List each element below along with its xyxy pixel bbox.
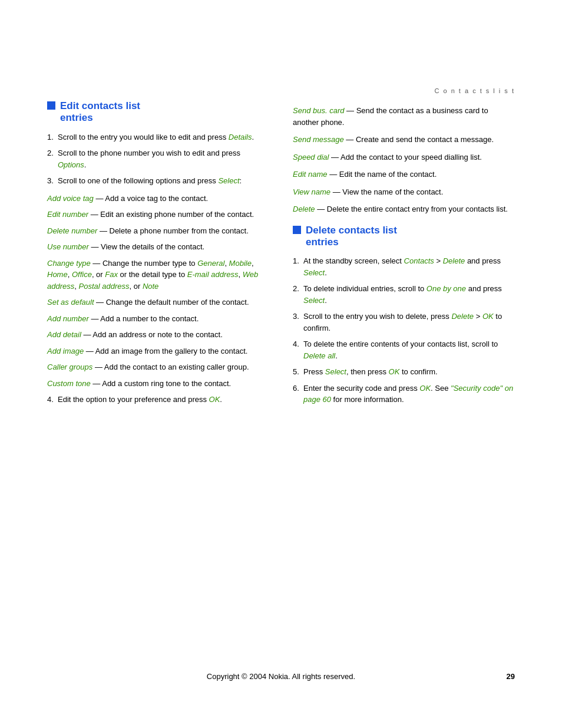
edit-sub-items: Add voice tag — Add a voice tag to the c… bbox=[47, 193, 269, 390]
page-header-label: C o n t a c t s l i s t bbox=[435, 87, 515, 94]
delete-step-1: 1. At the standby screen, select Contact… bbox=[293, 255, 515, 278]
edit-title-text: Edit contacts list entries bbox=[60, 100, 140, 124]
sub-item-add-image: Add image — Add an image from the galler… bbox=[47, 345, 269, 357]
sub-item-add-number: Add number — Add a number to the contact… bbox=[47, 313, 269, 325]
edit-step-4: 4. Edit the option to your preference an… bbox=[47, 394, 269, 406]
delete-step-6: 6. Enter the security code and press OK.… bbox=[293, 383, 515, 406]
sub-item-add-voice-tag: Add voice tag — Add a voice tag to the c… bbox=[47, 193, 269, 205]
delete-title-text: Delete contacts list entries bbox=[306, 225, 397, 249]
edit-step-2: 2. Scroll to the phone number you wish t… bbox=[47, 147, 269, 170]
content-area: Edit contacts list entries 1. Scroll to … bbox=[47, 100, 515, 411]
right-top-sub-items: Send bus. card — Send the contact as a b… bbox=[293, 105, 515, 215]
sub-item-set-default: Set as default — Change the default numb… bbox=[47, 297, 269, 308]
delete-section-title: Delete contacts list entries bbox=[293, 225, 515, 249]
sub-item-use-number: Use number — View the details of the con… bbox=[47, 241, 269, 253]
footer-page-number: 29 bbox=[507, 672, 515, 681]
sub-item-delete: Delete — Delete the entire contact entry… bbox=[293, 203, 515, 215]
blue-square-icon bbox=[47, 101, 55, 110]
edit-steps-list: 1. Scroll to the entry you would like to… bbox=[47, 131, 269, 187]
blue-square-icon-2 bbox=[293, 226, 301, 234]
sub-item-send-bus-card: Send bus. card — Send the contact as a b… bbox=[293, 105, 515, 128]
delete-step-3: 3. Scroll to the entry you wish to delet… bbox=[293, 311, 515, 334]
sub-item-custom-tone: Custom tone — Add a custom ring tone to … bbox=[47, 378, 269, 390]
right-column: Send bus. card — Send the contact as a b… bbox=[293, 100, 515, 411]
delete-steps-list: 1. At the standby screen, select Contact… bbox=[293, 255, 515, 406]
delete-step-5: 5. Press Select, then press OK to confir… bbox=[293, 366, 515, 378]
sub-item-add-detail: Add detail — Add an address or note to t… bbox=[47, 329, 269, 341]
delete-step-2: 2. To delete individual entries, scroll … bbox=[293, 283, 515, 306]
sub-item-delete-number: Delete number — Delete a phone number fr… bbox=[47, 225, 269, 237]
sub-item-view-name: View name — View the name of the contact… bbox=[293, 186, 515, 198]
footer: Copyright © 2004 Nokia. All rights reser… bbox=[47, 672, 515, 681]
sub-item-send-message: Send message — Create and send the conta… bbox=[293, 134, 515, 146]
footer-copyright: Copyright © 2004 Nokia. All rights reser… bbox=[207, 672, 355, 681]
edit-step-3: 3. Scroll to one of the following option… bbox=[47, 175, 269, 187]
edit-step-4-list: 4. Edit the option to your preference an… bbox=[47, 394, 269, 406]
delete-step-4: 4. To delete the entire contents of your… bbox=[293, 338, 515, 361]
sub-item-edit-number: Edit number — Edit an existing phone num… bbox=[47, 209, 269, 220]
sub-item-speed-dial: Speed dial — Add the contact to your spe… bbox=[293, 151, 515, 163]
sub-item-change-type: Change type — Change the number type to … bbox=[47, 258, 269, 292]
sub-item-caller-groups: Caller groups — Add the contact to an ex… bbox=[47, 361, 269, 373]
edit-step-1: 1. Scroll to the entry you would like to… bbox=[47, 131, 269, 143]
left-column: Edit contacts list entries 1. Scroll to … bbox=[47, 100, 269, 411]
sub-item-edit-name: Edit name — Edit the name of the contact… bbox=[293, 169, 515, 180]
edit-section-title: Edit contacts list entries bbox=[47, 100, 269, 124]
